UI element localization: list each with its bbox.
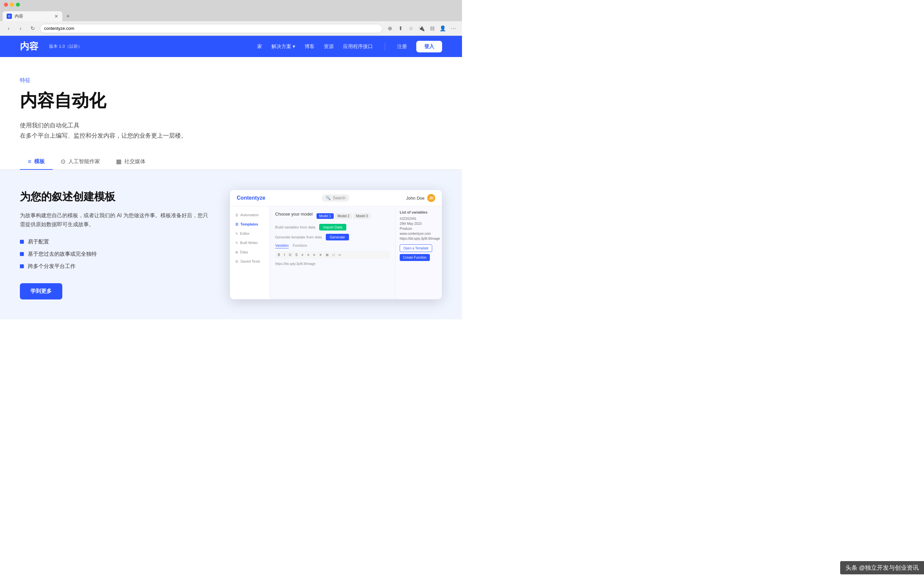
functions-tab[interactable]: Functions (293, 244, 307, 248)
tab-templates[interactable]: ≡ 模板 (20, 154, 53, 170)
tab-templates-label: 模板 (34, 158, 45, 165)
website-content: 内容 版本 1.0（以前） 家 解决方案 ▾ 博客 资源 应用程序接口 注册 登… (0, 36, 462, 319)
browser-chrome: C 内容 ✕ + ‹ › ↻ contentyze.com ⊕ ⬆ ☆ 🔌 ⊟ … (0, 0, 462, 36)
build-variables-row: Build variables from data Import Data (275, 224, 390, 230)
app-main-content: Choose your model Model 1 Model 2 Model … (270, 206, 395, 299)
share-button[interactable]: ⬆ (396, 24, 405, 33)
menu-button[interactable]: ⋯ (449, 24, 458, 33)
app-logo: Contentyze (237, 195, 265, 201)
variable-item-3: Produze (400, 227, 438, 230)
new-tab-button[interactable]: + (64, 12, 73, 21)
sidebar-item-data[interactable]: ⊞ Data (230, 247, 269, 257)
browser-titlebar (0, 0, 462, 9)
nav-login-button[interactable]: 登入 (416, 41, 442, 52)
feature-list: 易于配置 基于您过去的故事或完全独特 跨多个分发平台工作 (20, 238, 210, 270)
app-action-buttons: Open a Template (400, 244, 438, 252)
app-sidebar: ☰ Automation ☰ Templates ✎ Editor ✎ (230, 206, 270, 299)
model-3-button[interactable]: Model 3 (353, 213, 371, 219)
feature-list-item-1: 易于配置 (20, 238, 210, 245)
fullscreen-dot[interactable] (16, 3, 20, 7)
tab-close-button[interactable]: ✕ (54, 13, 58, 19)
sidebar-item-editor[interactable]: ✎ Editor (230, 229, 269, 238)
feature-label: 特征 (20, 77, 442, 84)
tab-social-media[interactable]: ▦ 社交媒体 (108, 154, 153, 170)
sidebar-item-built-writer[interactable]: ✎ Built Writer (230, 238, 269, 247)
site-navigation: 内容 版本 1.0（以前） 家 解决方案 ▾ 博客 资源 应用程序接口 注册 登… (0, 36, 462, 57)
model-2-button[interactable]: Model 2 (335, 213, 352, 219)
feature-list-item-2: 基于您过去的故事或完全独特 (20, 251, 210, 258)
variables-tab[interactable]: Variables (275, 244, 289, 248)
nav-register[interactable]: 注册 (397, 43, 407, 50)
learn-more-button[interactable]: 学到更多 (20, 283, 62, 300)
nav-links: 家 解决方案 ▾ 博客 资源 应用程序接口 注册 登入 (257, 41, 442, 52)
editor-text-area[interactable]: https://bit.spty.3p9t.9/image (275, 262, 390, 266)
tab-ai-writer-label: 人工智能作家 (68, 158, 100, 165)
link-button[interactable]: □ (331, 252, 336, 257)
sidebar-item-automation[interactable]: ☰ Automation (230, 210, 269, 220)
app-search[interactable]: 🔍 Search (322, 194, 349, 202)
embed-button[interactable]: ⇨ (337, 252, 342, 257)
strikethrough-button[interactable]: S (294, 252, 299, 257)
model-1-button[interactable]: Model 1 (317, 213, 334, 219)
sidebar-toggle[interactable]: ⊟ (427, 24, 437, 33)
bullet-icon-3 (20, 264, 24, 268)
browser-tab-active[interactable]: C 内容 ✕ (3, 11, 62, 21)
browser-tab-bar: C 内容 ✕ + (0, 9, 462, 21)
search-icon: 🔍 (326, 196, 331, 200)
bold-button[interactable]: B (276, 252, 281, 257)
nav-home[interactable]: 家 (257, 43, 262, 50)
social-media-icon: ▦ (116, 158, 122, 165)
align-center-button[interactable]: ≡ (306, 252, 311, 257)
toolbar-actions: ⊕ ⬆ ☆ 🔌 ⊟ 👤 ⋯ (385, 24, 458, 33)
nav-solutions[interactable]: 解决方案 ▾ (271, 43, 295, 50)
tab-favicon: C (7, 13, 12, 19)
variable-item-5: https://bit.spty.3p9t.9/image (400, 237, 438, 240)
bullet-icon-1 (20, 240, 24, 244)
variable-item-4: www.contentyze.com (400, 232, 438, 235)
editor-tabs: Variables Functions (275, 244, 390, 248)
sidebar-item-saved-texts[interactable]: ☰ Saved Texts (230, 257, 269, 266)
open-template-button[interactable]: Open a Template (400, 244, 432, 252)
extension-button[interactable]: 🔌 (417, 24, 426, 33)
app-screenshot: Contentyze 🔍 Search John Doe JD (230, 190, 442, 300)
clear-button[interactable]: ✕ (318, 252, 323, 257)
generate-template-row: Generate template from data Generate (275, 234, 390, 240)
nav-resources[interactable]: 资源 (324, 43, 334, 50)
tab-title: 内容 (15, 13, 23, 19)
app-user-name: John Doe (406, 196, 424, 200)
build-variables-label: Build variables from data (275, 225, 315, 229)
sidebar-item-templates[interactable]: ☰ Templates (230, 220, 269, 229)
nav-blog[interactable]: 博客 (305, 43, 315, 50)
feature-content-section: 为您的叙述创建模板 为故事构建您自己的模板，或者让我们的 AI 为您做这件事。模… (0, 170, 462, 319)
bookmark-button[interactable]: ☆ (406, 24, 416, 33)
nav-divider (385, 43, 385, 50)
editor-toolbar: B I U S ≡ ≡ ≡ ✕ ⊞ □ ⇨ (275, 251, 390, 259)
underline-button[interactable]: U (288, 252, 293, 257)
align-right-button[interactable]: ≡ (312, 252, 317, 257)
browser-dots (4, 3, 20, 7)
address-bar[interactable]: contentyze.com (40, 24, 383, 33)
variables-panel: List of variables #J23X2441 29th May 202… (395, 206, 442, 299)
back-button[interactable]: ‹ (4, 24, 13, 33)
model-buttons: Model 1 Model 2 Model 3 (317, 213, 371, 219)
import-data-button[interactable]: Import Data (319, 224, 346, 230)
hero-title: 内容自动化 (20, 89, 442, 113)
model-title: Choose your model (275, 212, 312, 217)
align-left-button[interactable]: ≡ (300, 252, 305, 257)
app-screenshot-container: Contentyze 🔍 Search John Doe JD (230, 190, 442, 300)
profile-button[interactable]: 👤 (438, 24, 447, 33)
table-button[interactable]: ⊞ (325, 252, 330, 257)
create-function-button[interactable]: Create Function (400, 254, 430, 261)
built-writer-icon: ✎ (235, 241, 238, 245)
forward-button[interactable]: › (16, 24, 25, 33)
feature-tabs: ≡ 模板 ⊙ 人工智能作家 ▦ 社交媒体 (0, 141, 462, 170)
translate-button[interactable]: ⊕ (385, 24, 394, 33)
italic-button[interactable]: I (283, 252, 286, 257)
tab-ai-writer[interactable]: ⊙ 人工智能作家 (53, 154, 108, 170)
minimize-dot[interactable] (10, 3, 14, 7)
nav-api[interactable]: 应用程序接口 (343, 43, 373, 50)
generate-button[interactable]: Generate (326, 234, 349, 240)
close-dot[interactable] (4, 3, 8, 7)
template-label: Generate template from data (275, 235, 322, 239)
reload-button[interactable]: ↻ (28, 24, 37, 33)
